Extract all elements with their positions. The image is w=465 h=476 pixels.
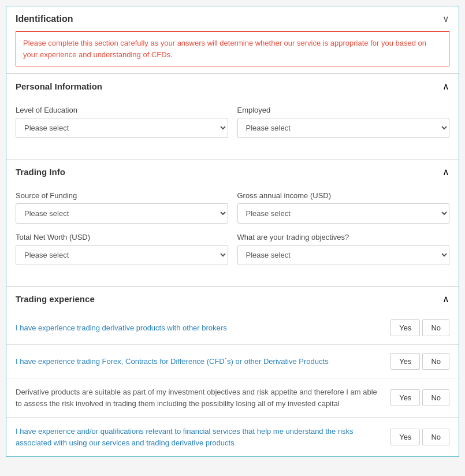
total-net-worth-select[interactable]: Please select (16, 245, 228, 265)
employed-label: Employed (237, 106, 450, 114)
alert-box: Please complete this section carefully a… (16, 31, 449, 66)
yes-button[interactable]: Yes (390, 353, 420, 370)
no-button[interactable]: No (422, 353, 449, 370)
personal-info-section: Personal Information ∧ Level of Educatio… (6, 73, 459, 159)
level-of-education-select[interactable]: Please select (16, 118, 228, 138)
trading-objectives-label: What are your trading objectives? (237, 233, 450, 241)
experience-text: I have experience trading Forex, Contrac… (16, 356, 390, 367)
source-of-funding-select[interactable]: Please select (16, 203, 228, 224)
trading-objectives-select[interactable]: Please select (237, 245, 450, 265)
gross-annual-income-group: Gross annual income (USD) Please select (237, 191, 450, 224)
identification-title: Identification (16, 14, 73, 24)
yes-button[interactable]: Yes (390, 319, 420, 336)
main-container: Identification ∨ Please complete this se… (6, 6, 459, 457)
trading-info-header[interactable]: Trading Info ∧ (6, 159, 459, 184)
no-button[interactable]: No (422, 429, 449, 445)
trading-experience-header[interactable]: Trading experience ∧ (6, 287, 459, 311)
alert-text: Please complete this section carefully a… (23, 38, 442, 60)
employed-select[interactable]: Please select (237, 118, 450, 138)
yes-button[interactable]: Yes (390, 389, 420, 406)
personal-info-row: Level of Education Please select Employe… (16, 106, 449, 138)
level-of-education-group: Level of Education Please select (16, 106, 228, 138)
employed-group: Employed Please select (237, 106, 450, 138)
experience-item: Derivative products are suitable as part… (6, 378, 459, 417)
yes-no-group: YesNo (390, 353, 449, 370)
trading-experience-items: I have experience trading derivative pro… (6, 311, 459, 456)
yes-no-group: YesNo (390, 389, 449, 406)
identification-header[interactable]: Identification ∨ (6, 6, 459, 31)
trading-info-row-1: Source of Funding Please select Gross an… (16, 191, 449, 224)
gross-annual-income-select[interactable]: Please select (237, 203, 450, 224)
no-button[interactable]: No (422, 319, 449, 336)
yes-no-group: YesNo (390, 429, 449, 445)
personal-info-content: Level of Education Please select Employe… (6, 99, 459, 159)
personal-info-header[interactable]: Personal Information ∧ (6, 74, 459, 99)
total-net-worth-label: Total Net Worth (USD) (16, 233, 228, 241)
trading-info-chevron: ∧ (442, 166, 449, 177)
yes-button[interactable]: Yes (390, 429, 420, 445)
trading-experience-title: Trading experience (16, 294, 95, 304)
experience-text: Derivative products are suitable as part… (16, 386, 390, 409)
personal-info-chevron: ∧ (442, 81, 449, 92)
experience-item: I have experience and/or qualifications … (6, 417, 459, 456)
experience-item: I have experience trading derivative pro… (6, 311, 459, 344)
level-of-education-label: Level of Education (16, 106, 228, 114)
experience-text: I have experience trading derivative pro… (16, 322, 390, 334)
identification-chevron: ∨ (442, 13, 449, 24)
personal-info-title: Personal Information (16, 81, 102, 91)
source-of-funding-group: Source of Funding Please select (16, 191, 228, 224)
trading-info-content: Source of Funding Please select Gross an… (6, 184, 459, 286)
total-net-worth-group: Total Net Worth (USD) Please select (16, 233, 228, 265)
trading-experience-chevron: ∧ (442, 293, 449, 304)
trading-objectives-group: What are your trading objectives? Please… (237, 233, 450, 265)
gross-annual-income-label: Gross annual income (USD) (237, 191, 450, 200)
experience-item: I have experience trading Forex, Contrac… (6, 344, 459, 378)
trading-experience-section: Trading experience ∧ I have experience t… (6, 286, 459, 456)
yes-no-group: YesNo (390, 319, 449, 336)
trading-info-title: Trading Info (16, 167, 65, 177)
source-of-funding-label: Source of Funding (16, 191, 228, 200)
trading-info-row-2: Total Net Worth (USD) Please select What… (16, 233, 449, 265)
no-button[interactable]: No (422, 389, 449, 406)
experience-text: I have experience and/or qualifications … (16, 426, 390, 448)
trading-info-section: Trading Info ∧ Source of Funding Please … (6, 159, 459, 286)
